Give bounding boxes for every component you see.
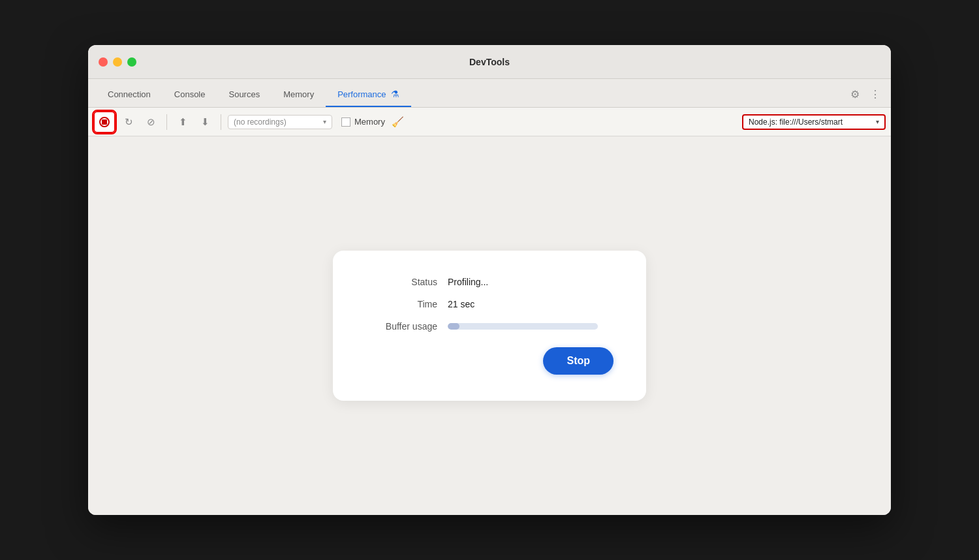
clear-button[interactable]: ⊘	[142, 113, 160, 131]
more-options-icon[interactable]: ⋮	[869, 87, 882, 102]
window-title: DevTools	[469, 57, 510, 67]
maximize-button[interactable]	[127, 57, 136, 67]
buffer-bar	[448, 323, 598, 330]
recordings-select[interactable]: (no recordings) ▾	[228, 115, 332, 129]
main-content: Status Profiling... Time 21 sec Buffer u…	[88, 136, 891, 515]
time-label: Time	[365, 299, 437, 309]
buffer-row: Buffer usage	[365, 321, 614, 332]
stop-button-row: Stop	[365, 347, 614, 375]
memory-checkbox[interactable]	[341, 117, 350, 127]
chevron-down-icon-2: ▾	[876, 118, 879, 125]
record-circle-icon	[99, 117, 110, 127]
tab-connection[interactable]: Connection	[96, 83, 163, 107]
chevron-down-icon: ▾	[323, 118, 326, 125]
refresh-button[interactable]: ↻	[119, 113, 138, 131]
flask-icon: ⚗	[391, 89, 399, 99]
tab-sources[interactable]: Sources	[217, 83, 272, 107]
tab-memory[interactable]: Memory	[272, 83, 326, 107]
broom-icon: 🧹	[392, 116, 404, 128]
buffer-bar-fill	[448, 323, 459, 330]
memory-checkbox-wrapper: Memory	[341, 117, 385, 127]
tab-performance[interactable]: Performance ⚗	[326, 82, 411, 107]
tab-console[interactable]: Console	[163, 83, 217, 107]
tabbar: Connection Console Sources Memory Perfor…	[88, 79, 891, 108]
status-value: Profiling...	[448, 277, 488, 287]
time-row: Time 21 sec	[365, 299, 614, 309]
profiling-card: Status Profiling... Time 21 sec Buffer u…	[333, 251, 646, 401]
stop-square-icon	[102, 119, 107, 125]
memory-label: Memory	[354, 117, 385, 127]
broom-button[interactable]: 🧹	[389, 113, 407, 131]
node-select[interactable]: Node.js: file:///Users/stmart ▾	[742, 114, 886, 130]
upload-icon: ⬆	[179, 116, 187, 128]
devtools-window: DevTools Connection Console Sources Memo…	[88, 45, 891, 515]
time-value: 21 sec	[448, 299, 474, 309]
traffic-lights	[99, 57, 136, 67]
record-button[interactable]	[93, 111, 116, 133]
refresh-icon: ↻	[125, 116, 133, 128]
toolbar: ↻ ⊘ ⬆ ⬇ (no recordings) ▾ Memory 🧹 Node.…	[88, 108, 891, 136]
titlebar: DevTools	[88, 45, 891, 79]
status-row: Status Profiling...	[365, 277, 614, 287]
minimize-button[interactable]	[113, 57, 122, 67]
divider-2	[221, 114, 221, 130]
download-button[interactable]: ⬇	[196, 113, 214, 131]
settings-icon[interactable]: ⚙	[849, 87, 861, 102]
node-select-label: Node.js: file:///Users/stmart	[749, 117, 872, 127]
tabbar-actions: ⚙ ⋮	[849, 87, 882, 102]
recordings-label: (no recordings)	[234, 117, 320, 127]
download-icon: ⬇	[201, 116, 210, 128]
buffer-label: Buffer usage	[365, 321, 437, 332]
status-label: Status	[365, 277, 437, 287]
divider-1	[166, 114, 167, 130]
upload-button[interactable]: ⬆	[174, 113, 192, 131]
clear-icon: ⊘	[147, 116, 155, 128]
close-button[interactable]	[99, 57, 108, 67]
stop-button[interactable]: Stop	[543, 347, 614, 375]
